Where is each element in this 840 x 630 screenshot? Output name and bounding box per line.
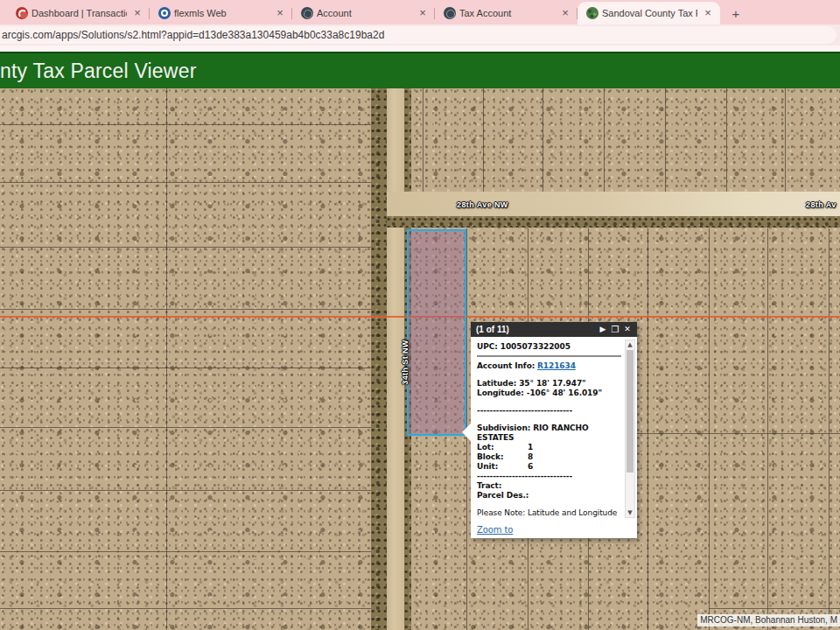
browser-window: Dashboard | TransactionDesk × flexmls We… bbox=[0, 0, 840, 630]
selected-parcel-highlight[interactable] bbox=[407, 229, 466, 436]
grid-line bbox=[0, 490, 371, 491]
grid-line bbox=[0, 368, 371, 368]
close-icon[interactable]: ✕ bbox=[621, 323, 634, 336]
sandoval-globe-icon bbox=[586, 7, 598, 19]
tab-label: Dashboard | TransactionDesk bbox=[32, 8, 127, 18]
popup-note: Please Note: Latitude and Longitude is t… bbox=[477, 508, 621, 519]
unit-label: Unit: bbox=[477, 462, 528, 472]
grid-line bbox=[785, 88, 786, 192]
account-info-link[interactable]: R121634 bbox=[537, 361, 576, 370]
popup-footer: Zoom to bbox=[477, 525, 513, 535]
street-label-28th-ave-east: 28th Av bbox=[806, 200, 836, 209]
tract-label: Tract: bbox=[477, 481, 621, 491]
url-input[interactable]: arcgis.com/apps/Solutions/s2.html?appid=… bbox=[0, 26, 836, 44]
new-tab-button[interactable]: + bbox=[725, 4, 746, 24]
road-vegetation-strip bbox=[371, 88, 387, 630]
transactiondesk-icon bbox=[16, 7, 28, 19]
grid-line bbox=[166, 88, 167, 630]
unit-row: Unit: 6 bbox=[477, 462, 621, 472]
tab-close-icon[interactable]: × bbox=[558, 6, 572, 20]
grid-line bbox=[483, 88, 484, 192]
tab-close-icon[interactable]: × bbox=[273, 6, 287, 20]
popup-pager: (1 of 11) bbox=[476, 325, 597, 334]
road-vegetation-strip bbox=[387, 216, 840, 228]
longitude-field: Longitude: -106° 48' 16.019" bbox=[477, 388, 621, 398]
lot-row: Lot: 1 bbox=[477, 443, 621, 452]
popup-titlebar: (1 of 11) ▶ ❐ ✕ bbox=[471, 322, 637, 337]
grid-line bbox=[709, 228, 710, 630]
popup-content: UPC: 1005073322005 Account Info: R121634… bbox=[477, 342, 621, 519]
tab-close-icon[interactable]: × bbox=[701, 6, 715, 20]
popup-pointer bbox=[462, 424, 471, 441]
spacer bbox=[477, 500, 621, 508]
divider-line bbox=[477, 355, 621, 357]
grid-line bbox=[709, 608, 840, 609]
bookmarks-strip bbox=[0, 46, 840, 52]
tab-label: Account bbox=[317, 8, 412, 18]
page-title: nty Tax Parcel Viewer bbox=[0, 60, 197, 83]
parcel-info-popup: (1 of 11) ▶ ❐ ✕ UPC: 1005073322005 Accou… bbox=[471, 322, 637, 538]
parcel-des-label: Parcel Des.: bbox=[477, 491, 621, 500]
road-28th-ave bbox=[387, 192, 840, 216]
grid-line bbox=[0, 309, 371, 310]
lot-label: Lot: bbox=[477, 443, 528, 452]
grid-line bbox=[648, 228, 648, 630]
maximize-icon[interactable]: ❐ bbox=[609, 323, 621, 336]
tab-sandoval-parcel-viewer[interactable]: Sandoval County Tax Parcel Vie × bbox=[578, 2, 720, 24]
grid-line bbox=[829, 228, 830, 630]
lot-value: 1 bbox=[528, 443, 533, 452]
grid-line bbox=[0, 551, 371, 552]
dashed-divider: ------------------------------ bbox=[477, 472, 621, 481]
dashed-divider: ------------------------------ bbox=[477, 406, 621, 416]
tab-label: Tax Account bbox=[459, 8, 555, 18]
upc-field: UPC: 1005073322005 bbox=[477, 342, 621, 352]
app-header: nty Tax Parcel Viewer bbox=[0, 52, 840, 88]
tab-transactiondesk[interactable]: Dashboard | TransactionDesk × bbox=[7, 2, 150, 24]
grid-line bbox=[604, 88, 605, 192]
spacer bbox=[477, 416, 621, 424]
grid-line bbox=[0, 608, 371, 609]
tab-account[interactable]: Account × bbox=[292, 2, 435, 24]
latitude-field: Latitude: 35° 18' 17.947" bbox=[477, 379, 621, 388]
globe-icon bbox=[444, 7, 456, 19]
tab-close-icon[interactable]: × bbox=[416, 6, 430, 20]
tab-strip: Dashboard | TransactionDesk × flexmls We… bbox=[0, 0, 840, 24]
grid-line bbox=[0, 124, 371, 125]
grid-line bbox=[0, 427, 371, 428]
grid-line bbox=[423, 88, 424, 192]
street-label-28th-ave: 28th Ave NW bbox=[457, 200, 508, 209]
spacer bbox=[477, 371, 621, 379]
block-row: Block: 8 bbox=[477, 452, 621, 462]
tab-tax-account[interactable]: Tax Account × bbox=[435, 2, 578, 24]
popup-body: UPC: 1005073322005 Account Info: R121634… bbox=[471, 337, 637, 538]
block-value: 8 bbox=[528, 452, 533, 462]
tab-label: flexmls Web bbox=[174, 8, 270, 18]
next-feature-icon[interactable]: ▶ bbox=[597, 323, 609, 336]
subdivision-field: Subdivision: RIO RANCHO ESTATES bbox=[477, 424, 621, 443]
tab-label: Sandoval County Tax Parcel Vie bbox=[602, 8, 697, 18]
tab-flexmls[interactable]: flexmls Web × bbox=[150, 2, 292, 24]
scrollbar-thumb[interactable] bbox=[626, 350, 634, 472]
flexmls-icon bbox=[158, 7, 171, 19]
address-bar: arcgis.com/apps/Solutions/s2.html?appid=… bbox=[0, 24, 840, 46]
unit-value: 6 bbox=[528, 462, 533, 472]
map-viewport[interactable]: 28th Ave NW 28th Av 34th St NW (1 of 11)… bbox=[0, 88, 840, 630]
grid-line bbox=[767, 228, 768, 630]
scroll-up-icon[interactable]: ▲ bbox=[626, 340, 634, 349]
account-info-label: Account Info: bbox=[477, 361, 535, 370]
grid-line bbox=[665, 88, 666, 192]
scroll-down-icon[interactable]: ▼ bbox=[626, 508, 634, 517]
globe-icon bbox=[301, 7, 313, 19]
tab-close-icon[interactable]: × bbox=[130, 6, 144, 20]
grid-line bbox=[542, 88, 543, 192]
popup-scrollbar[interactable]: ▲ ▼ bbox=[625, 340, 635, 518]
zoom-to-link[interactable]: Zoom to bbox=[477, 525, 513, 535]
street-label-34th-st: 34th St NW bbox=[401, 332, 410, 393]
grid-line bbox=[0, 182, 371, 183]
block-label: Block: bbox=[477, 452, 528, 462]
grid-line bbox=[726, 88, 727, 192]
grid-line bbox=[0, 247, 371, 248]
map-attribution: MRCOG-NM, Bohannan Huston, M bbox=[697, 614, 840, 626]
spacer bbox=[477, 398, 621, 406]
